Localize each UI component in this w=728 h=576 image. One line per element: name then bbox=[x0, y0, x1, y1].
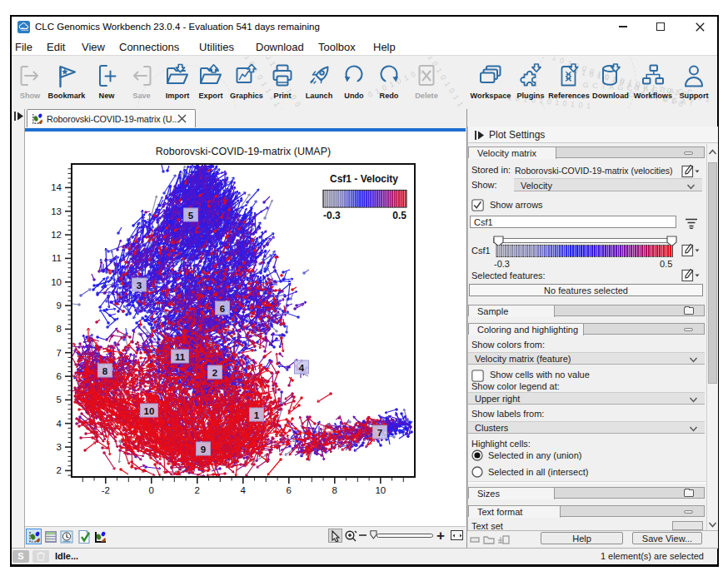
svg-text:9: 9 bbox=[57, 300, 62, 310]
svg-text:CLC: CLC bbox=[21, 27, 29, 32]
svg-text:5: 5 bbox=[188, 211, 194, 221]
svg-text:3: 3 bbox=[57, 442, 62, 452]
svg-text:12: 12 bbox=[51, 230, 62, 240]
svg-text:14: 14 bbox=[51, 182, 62, 192]
svg-text:6: 6 bbox=[57, 371, 62, 381]
svg-text:0.5: 0.5 bbox=[392, 210, 406, 221]
svg-text:-0.3: -0.3 bbox=[323, 210, 341, 221]
svg-text:2: 2 bbox=[57, 465, 62, 475]
svg-text:13: 13 bbox=[51, 206, 62, 216]
svg-text:1: 1 bbox=[254, 410, 260, 420]
svg-text:9: 9 bbox=[201, 444, 206, 454]
svg-text:5: 5 bbox=[57, 395, 62, 405]
svg-text:Roborovski-COVID-19-matrix (UM: Roborovski-COVID-19-matrix (UMAP) bbox=[156, 146, 331, 157]
svg-text:6: 6 bbox=[220, 304, 225, 314]
svg-text:8: 8 bbox=[57, 324, 62, 334]
svg-text:7: 7 bbox=[377, 428, 382, 438]
svg-text:0: 0 bbox=[149, 485, 154, 495]
svg-text:6: 6 bbox=[287, 485, 292, 495]
svg-text:10: 10 bbox=[375, 485, 386, 495]
svg-text:8: 8 bbox=[102, 366, 108, 376]
svg-text:Csf1 - Velocity: Csf1 - Velocity bbox=[330, 173, 398, 185]
svg-text:10: 10 bbox=[144, 406, 155, 416]
svg-text:4: 4 bbox=[299, 363, 305, 373]
svg-text:4: 4 bbox=[57, 419, 62, 429]
svg-text:2: 2 bbox=[212, 368, 217, 378]
svg-text:4: 4 bbox=[241, 485, 247, 495]
svg-text:3: 3 bbox=[137, 281, 142, 290]
svg-text:11: 11 bbox=[52, 253, 62, 263]
svg-text:2: 2 bbox=[195, 485, 200, 495]
svg-text:7: 7 bbox=[57, 348, 62, 358]
svg-text:-2: -2 bbox=[102, 485, 110, 495]
svg-text:11: 11 bbox=[175, 352, 186, 362]
svg-text:10: 10 bbox=[51, 277, 62, 287]
svg-text:8: 8 bbox=[332, 485, 337, 495]
